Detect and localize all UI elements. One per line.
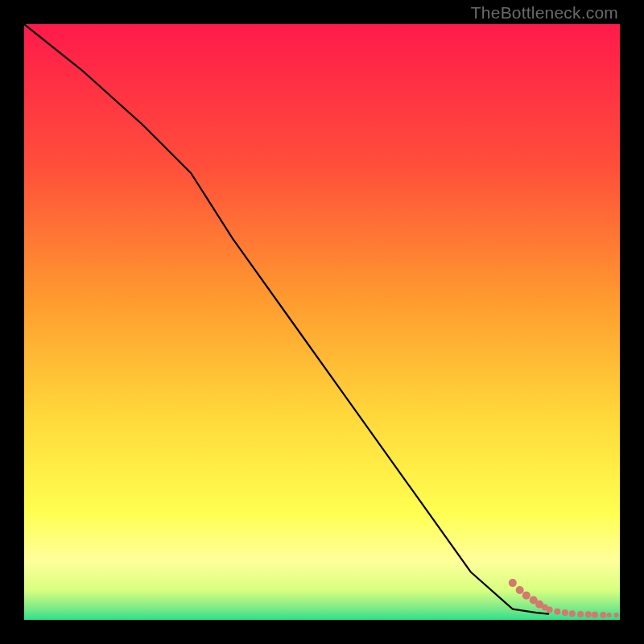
chart-frame: TheBottleneck.com: [0, 0, 644, 644]
chart-plot: [24, 24, 620, 620]
watermark-text: TheBottleneck.com: [471, 3, 618, 23]
dot: [600, 612, 606, 618]
dot: [516, 586, 524, 594]
gradient-background: [24, 24, 620, 620]
dot: [607, 613, 612, 617]
dot: [509, 579, 517, 587]
dot: [585, 611, 592, 617]
dot: [522, 592, 530, 600]
dot: [592, 612, 598, 618]
dot: [577, 611, 584, 617]
dot: [614, 613, 619, 617]
dot: [569, 610, 576, 617]
dot: [554, 609, 560, 615]
dot: [562, 609, 568, 616]
dot: [547, 606, 553, 613]
